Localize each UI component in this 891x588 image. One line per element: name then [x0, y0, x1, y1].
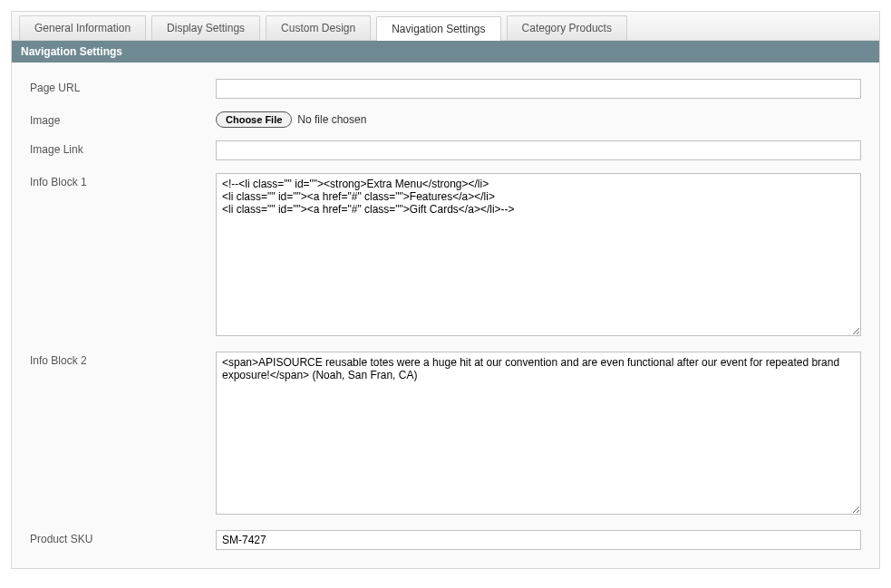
panel-title: Navigation Settings — [12, 41, 879, 63]
page-url-label: Page URL — [30, 79, 216, 94]
tab-navigation-settings[interactable]: Navigation Settings — [376, 16, 500, 41]
navigation-settings-panel: Navigation Settings Page URL Image Choos… — [11, 40, 880, 569]
image-label: Image — [30, 111, 216, 127]
file-status-text: No file chosen — [297, 113, 366, 126]
image-link-label: Image Link — [30, 140, 216, 156]
product-sku-label: Product SKU — [30, 530, 216, 545]
tab-display-settings[interactable]: Display Settings — [151, 15, 260, 40]
tab-custom-design[interactable]: Custom Design — [266, 15, 371, 40]
tab-general-information[interactable]: General Information — [19, 15, 146, 40]
product-sku-input[interactable] — [216, 530, 861, 550]
choose-file-button[interactable]: Choose File — [216, 111, 292, 128]
info-block-2-textarea[interactable] — [216, 352, 861, 515]
info-block-1-textarea[interactable] — [216, 173, 861, 336]
tab-bar: General Information Display Settings Cus… — [11, 11, 880, 40]
tab-category-products[interactable]: Category Products — [507, 15, 627, 40]
info-block-1-label: Info Block 1 — [30, 173, 216, 188]
panel-body: Page URL Image Choose File No file chose… — [12, 63, 879, 568]
page-url-input[interactable] — [216, 79, 861, 99]
info-block-2-label: Info Block 2 — [30, 352, 216, 367]
image-link-input[interactable] — [216, 140, 861, 160]
